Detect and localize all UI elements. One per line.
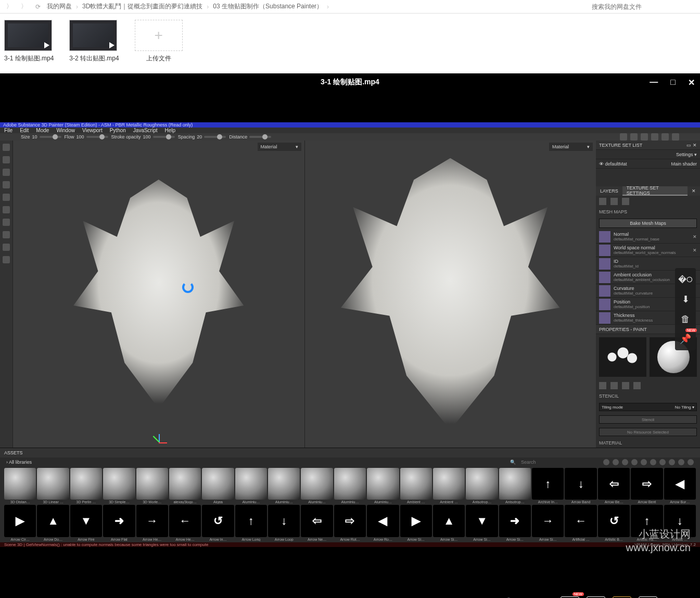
asset-item[interactable]: 3D Simple… (103, 468, 135, 504)
stencil-resource-slot[interactable]: No Resource Selected (599, 428, 697, 436)
nav-forward-icon[interactable]: 〉 (19, 2, 29, 11)
projection-tool-icon[interactable] (3, 169, 10, 176)
asset-item[interactable]: alexay3logo… (169, 468, 201, 504)
share-icon[interactable]: �੦ (680, 274, 691, 285)
tiling-mode-dropdown[interactable]: Tiling modeNo Tiling ▾ (599, 403, 697, 411)
viewport-2d[interactable]: Material▾ (304, 141, 596, 448)
settings-dropdown[interactable]: Settings ▾ (676, 152, 697, 157)
crumb-root[interactable]: 我的网盘 (47, 2, 72, 11)
crumb-1[interactable]: 3D軟體大亂鬥｜從概念到畫面的夢幻連續技 (82, 2, 202, 11)
asset-item[interactable]: Aluminiu… (334, 468, 366, 504)
minimize-icon[interactable]: — (650, 78, 658, 87)
filter-icon[interactable] (669, 459, 675, 465)
asset-item[interactable]: Algea (202, 468, 234, 504)
filter-icon[interactable] (613, 459, 619, 465)
asset-item[interactable]: ↑Arrow Long (235, 505, 267, 541)
toolbar-icon[interactable] (641, 133, 648, 141)
globe-icon[interactable] (610, 198, 618, 205)
viewport-mode-dropdown[interactable]: Material▾ (549, 143, 593, 151)
menu-viewport[interactable]: Viewport (82, 128, 103, 133)
mark-button[interactable]: 标记NEW (561, 596, 579, 599)
asset-item[interactable]: Aluminiu… (235, 468, 267, 504)
asset-item[interactable]: 3D Worle… (136, 468, 168, 504)
asset-item[interactable]: ⇦Arrow Be… (598, 468, 630, 504)
help-icon[interactable] (3, 256, 10, 263)
toolbar-icon[interactable] (630, 133, 638, 141)
toolbar-icon[interactable] (651, 133, 658, 141)
remove-map-icon[interactable]: ✕ (693, 234, 697, 239)
asset-item[interactable]: ←Arrow He… (169, 505, 201, 541)
asset-item[interactable]: ▲Arrow Do… (37, 505, 69, 541)
asset-item[interactable]: Ambient … (400, 468, 432, 504)
asset-item[interactable]: ⇨Arrow Rot… (334, 505, 366, 541)
mesh-map-item[interactable]: World space normaldefaultMat_world_space… (596, 244, 700, 257)
menu-help[interactable]: Help (165, 128, 176, 133)
asset-item[interactable]: ←Artificial … (565, 505, 596, 541)
filter-icon[interactable] (631, 459, 638, 465)
menu-edit[interactable]: Edit (20, 128, 29, 133)
grid-view-icon[interactable] (688, 459, 694, 465)
asset-item[interactable]: ▶Arrow Si… (400, 505, 432, 541)
asset-item[interactable]: ▼Arrow Si… (466, 505, 498, 541)
asset-item[interactable]: ⇨Arrow Bent (631, 468, 663, 504)
file-item[interactable]: 3-1 绘制贴图.mp4 (4, 20, 54, 63)
asset-item[interactable]: ↺Arrow In… (202, 505, 234, 541)
asset-item[interactable]: ◀Arrow Ro… (367, 505, 399, 541)
menu-window[interactable]: Window (56, 128, 75, 133)
asset-item[interactable]: ▲Arrow Si… (433, 505, 465, 541)
asset-item[interactable]: →Arrow Si… (532, 505, 564, 541)
eraser-tool-icon[interactable] (3, 156, 10, 163)
texture-set-item[interactable]: 👁 defaultMatMain shader (596, 159, 700, 169)
asset-item[interactable]: →Arrow He… (136, 505, 168, 541)
filter-icon[interactable] (622, 459, 628, 465)
stencil-icon[interactable] (622, 382, 629, 389)
filter-icon[interactable] (650, 459, 656, 465)
clone-tool-icon[interactable] (3, 206, 10, 213)
cube-icon[interactable] (622, 198, 629, 205)
asset-item[interactable]: ↑Archive In… (532, 468, 564, 504)
opacity-slider[interactable] (153, 136, 175, 138)
asset-item[interactable]: ▼Arrow Fire (70, 505, 102, 541)
asset-item[interactable]: Anisotrop… (499, 468, 531, 504)
tab-close-icon[interactable]: ✕ (688, 186, 700, 196)
asset-item[interactable]: ⇦Arrow Ne… (301, 505, 333, 541)
file-item[interactable]: 3-2 转出贴图.mp4 (69, 20, 119, 63)
video-canvas[interactable]: Adobe Substance 3D Painter (Steam Editio… (0, 91, 700, 591)
refresh-icon[interactable]: ⟳ (33, 3, 43, 10)
asset-item[interactable]: Aluminiu… (301, 468, 333, 504)
filter-icon[interactable] (641, 459, 647, 465)
alpha-icon[interactable] (610, 382, 618, 389)
bake-mesh-maps-button[interactable]: Bake Mesh Maps (599, 219, 697, 228)
upload-button[interactable]: + 上传文件 (135, 20, 183, 63)
spacing-slider[interactable] (204, 136, 226, 138)
asset-item[interactable]: ➜Arrow Si… (499, 505, 531, 541)
asset-item[interactable]: Anisotrop… (466, 468, 498, 504)
mesh-map-item[interactable]: NormaldefaultMat_normal_base✕ (596, 230, 700, 244)
remove-map-icon[interactable]: ✕ (693, 248, 697, 253)
flow-slider[interactable] (86, 136, 108, 138)
subtitle-button[interactable]: 字幕 (639, 596, 657, 599)
tab-texture-set-settings[interactable]: TEXTURE SET SETTINGS (622, 186, 688, 196)
brush-icon[interactable] (599, 382, 606, 389)
crumb-2[interactable]: 03 生物贴图制作（Substance Painter） (213, 2, 323, 11)
menu-file[interactable]: File (4, 128, 12, 133)
filter-icon[interactable] (603, 459, 609, 465)
asset-item[interactable]: ↓Arrow Band (565, 468, 596, 504)
toolbar-icon[interactable] (661, 133, 669, 141)
search-icon[interactable]: 🔍 (510, 460, 516, 465)
material-icon[interactable] (633, 382, 641, 389)
delete-icon[interactable]: 🗑 (680, 314, 691, 324)
asset-item[interactable]: Aluminiu… (268, 468, 300, 504)
viewport-3d[interactable]: Material▾ (12, 141, 304, 448)
distance-slider[interactable] (249, 136, 271, 138)
panel-controls-icon[interactable]: ▭ ✕ (686, 143, 697, 148)
toolbar-icon[interactable] (620, 133, 627, 141)
asset-item[interactable]: Aluminiu… (367, 468, 399, 504)
nav-back-icon[interactable]: 〉 (4, 2, 15, 11)
search-input[interactable] (592, 3, 696, 10)
asset-item[interactable]: ◀Arrow Bor… (664, 468, 696, 504)
all-libraries-dropdown[interactable]: › All libraries (6, 460, 32, 465)
maximize-icon[interactable]: □ (670, 78, 676, 87)
settings-icon[interactable] (3, 244, 10, 251)
speed-button[interactable]: 倍速 (587, 596, 605, 599)
